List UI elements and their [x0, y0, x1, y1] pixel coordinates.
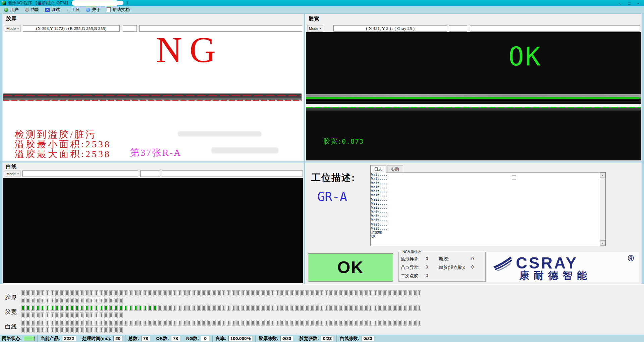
mode-dropdown-white-line[interactable]: Mode — [5, 170, 21, 177]
ng-stat-label: 波浪异常: — [401, 256, 426, 262]
panel-title-glue-thickness: 胶厚 — [6, 16, 17, 22]
indicator-cell — [36, 320, 40, 326]
indicator-cell — [85, 320, 89, 326]
overall-result-button[interactable]: OK — [308, 253, 393, 282]
indicator-cell — [232, 320, 235, 326]
window-title: 侧涂AOI程序 【当前用户: OEM】 编 — [8, 0, 75, 6]
indicator-cell — [114, 305, 118, 311]
indicator-cell — [315, 290, 319, 296]
station-description-value: GR-A — [317, 190, 347, 204]
indicator-cell — [271, 320, 274, 326]
mode-dropdown-glue-thickness[interactable]: Mode — [5, 25, 21, 32]
indicator-cell — [144, 320, 147, 326]
about-icon — [86, 8, 90, 12]
menu-item-tools[interactable]: 工具 — [64, 6, 84, 13]
indicator-cell — [310, 290, 314, 296]
indicator-cell — [285, 320, 289, 326]
indicator-cell — [153, 290, 157, 296]
ng-stats-grid: 波浪异常: 0 断胶: 0 凸点异常: 0 缺胶(没点胶): 0 二次点胶: 0 — [401, 256, 474, 279]
status-item-value: 0/23 — [321, 336, 334, 341]
indicator-cell — [104, 298, 108, 303]
erased-smudge — [211, 147, 278, 153]
maximize-button[interactable]: □ — [625, 0, 634, 6]
ng-stats-title: NG类型统计 — [401, 250, 422, 254]
indicator-cell — [85, 327, 89, 333]
indicator-cell — [178, 305, 181, 311]
indicator-cell — [60, 290, 64, 296]
indicator-cell — [168, 320, 172, 326]
log-line: Wait.... — [371, 223, 599, 227]
indicator-cell — [187, 305, 191, 311]
ng-stat-value: 0 — [471, 256, 474, 262]
indicator-cell — [197, 305, 201, 311]
status-item: 处理时间(ms):20 — [79, 335, 125, 342]
indicator-cell — [85, 298, 89, 303]
indicator-cell — [51, 305, 54, 311]
tab-heartbeat[interactable]: 心跳 — [387, 165, 403, 173]
close-button[interactable]: × — [634, 0, 643, 6]
indicator-cell — [124, 290, 127, 296]
redaction-blob-2 — [111, 1, 123, 5]
indicator-cell — [60, 298, 64, 303]
indicator-cell — [95, 320, 98, 326]
indicator-cell — [418, 305, 421, 311]
indicator-cell — [26, 312, 30, 318]
indicator-cell — [339, 290, 343, 296]
indicator-cell — [65, 312, 69, 318]
mode-label: Mode — [309, 27, 318, 31]
indicator-cell — [31, 312, 35, 318]
indicator-cell — [276, 290, 279, 296]
log-checkbox[interactable] — [512, 176, 516, 180]
log-scrollbar[interactable]: ▲ ▼ — [600, 173, 605, 246]
log-panel[interactable]: Wait....Wait....Wait....Wait....Wait....… — [370, 172, 606, 246]
logo-registered-mark: ® — [628, 253, 634, 263]
indicator-cell — [251, 320, 255, 326]
indicator-cell — [163, 290, 167, 296]
mode-label: Mode — [6, 27, 16, 31]
indicator-row — [21, 327, 123, 333]
indicator-cell — [65, 305, 69, 311]
menu-item-debug[interactable]: 调试 — [43, 6, 64, 13]
scroll-up-icon[interactable]: ▲ — [600, 173, 605, 178]
indicator-cell — [329, 305, 333, 311]
tab-log[interactable]: 日志 — [370, 165, 386, 173]
indicator-cell — [36, 312, 40, 318]
indicator-cell — [354, 290, 358, 296]
indicator-cell — [65, 298, 69, 303]
indicator-cell — [70, 305, 74, 311]
indicator-cell — [148, 290, 152, 296]
indicator-cell — [280, 305, 284, 311]
minimize-button[interactable]: – — [615, 0, 625, 6]
menu-item-help-doc[interactable]: 帮助文档 — [105, 6, 134, 13]
indicator-cell — [90, 320, 93, 326]
indicator-cell — [276, 320, 279, 326]
log-tabs: 日志 心跳 — [370, 165, 404, 173]
indicator-cell — [55, 312, 59, 318]
ng-stat-value: 0 — [426, 273, 439, 279]
glue-stripe-green-top — [306, 97, 641, 99]
indicator-cell — [398, 320, 402, 326]
panel-white-line: 白线 Mode — [3, 163, 304, 284]
indicator-cell — [383, 290, 387, 296]
indicator-cell — [114, 320, 118, 326]
log-line: Wait.... — [371, 177, 599, 181]
menu-item-about[interactable]: 关于 — [84, 6, 105, 13]
indicator-cell — [41, 320, 44, 326]
indicator-cell — [398, 305, 402, 311]
indicator-cell — [403, 305, 407, 311]
indicator-cell — [65, 290, 69, 296]
indicator-cell — [251, 290, 255, 296]
scroll-down-icon[interactable]: ▼ — [600, 240, 605, 246]
menu-item-user[interactable]: 用户 — [2, 6, 23, 13]
indicator-cell — [31, 305, 35, 311]
indicator-cell — [403, 320, 407, 326]
indicator-cell — [217, 290, 221, 296]
indicator-cell — [124, 305, 127, 311]
detection-messages: 检测到溢胶/脏污 溢胶最小面积:2538 溢胶最大面积:2538 — [15, 130, 111, 159]
mode-dropdown-glue-width[interactable]: Mode — [307, 25, 323, 32]
status-item: 胶厚张数:0/23 — [255, 335, 296, 342]
indicator-cell — [305, 305, 309, 311]
indicator-cell — [51, 312, 54, 318]
status-item-label: OK数: — [156, 336, 169, 342]
menu-item-functions[interactable]: 功能 — [23, 6, 43, 13]
